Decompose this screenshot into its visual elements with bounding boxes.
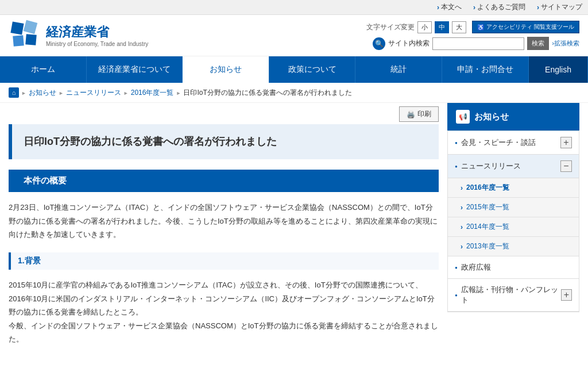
nav-about[interactable]: 経済産業省について bbox=[87, 56, 183, 83]
sidebar-item-govt-pr[interactable]: 政府広報 bbox=[448, 256, 579, 279]
sidebar-header-icon bbox=[456, 110, 470, 124]
breadcrumb-oshirase[interactable]: お知らせ bbox=[29, 88, 56, 98]
breadcrumb-2016list[interactable]: 2016年度一覧 bbox=[131, 88, 174, 98]
logo-text: 経済産業省 Ministry of Economy, Trade and Ind… bbox=[46, 24, 148, 47]
sidebar-magazines-toggle[interactable]: + bbox=[561, 289, 572, 301]
content-wrapper: 🖨️ 印刷 日印IoT分野の協力に係る覚書への署名が行われました 本件の概要 2… bbox=[0, 103, 588, 357]
sub-heading-box: 1.背景 bbox=[9, 252, 439, 270]
article-title-box: 日印IoT分野の協力に係る覚書への署名が行われました bbox=[9, 124, 439, 159]
printer-icon: 🖨️ bbox=[407, 110, 415, 118]
sidebar-section-container: 会見・スピーチ・談話 + ニュースリリース − 2016年度一覧 2015年度一… bbox=[447, 131, 579, 312]
sidebar-header: お知らせ bbox=[447, 103, 579, 131]
font-medium-button[interactable]: 中 bbox=[435, 21, 449, 33]
sidebar-header-label: お知らせ bbox=[474, 112, 509, 122]
nav-policy[interactable]: 政策について bbox=[269, 56, 356, 83]
article-body-text: 2月23日、IoT推進コンソーシアム（ITAC）と、インドの全国ソフトウェア・サ… bbox=[9, 201, 439, 241]
nav-news[interactable]: お知らせ bbox=[183, 56, 269, 83]
logo-area: 経済産業省 Ministry of Economy, Trade and Ind… bbox=[9, 20, 148, 51]
sidebar-sub-2016[interactable]: 2016年度一覧 bbox=[448, 178, 579, 198]
header-right: 文字サイズ変更 小 中 大 ♿ アクセシビリティ 閲覧支援ツール 🔍 サイト内検… bbox=[366, 21, 579, 50]
main-content: 🖨️ 印刷 日印IoT分野の協力に係る覚書への署名が行われました 本件の概要 2… bbox=[9, 103, 439, 357]
top-bar-sitemap-link[interactable]: サイトマップ bbox=[537, 2, 582, 12]
sidebar-magazines-label: 広報誌・刊行物・パンフレット bbox=[455, 285, 561, 305]
logo-title: 経済産業省 bbox=[46, 24, 148, 41]
print-label: 印刷 bbox=[417, 109, 431, 119]
search-input[interactable] bbox=[432, 37, 524, 50]
nav-home[interactable]: ホーム bbox=[0, 56, 87, 83]
sidebar-newsrelease-sub: 2016年度一覧 2015年度一覧 2014年度一覧 2013年度一覧 bbox=[448, 178, 579, 256]
sidebar: お知らせ 会見・スピーチ・談話 + ニュースリリース − 2016年度一覧 20… bbox=[447, 103, 579, 357]
breadcrumb: お知らせ ニュースリリース 2016年度一覧 日印IoT分野の協力に係る覚書への… bbox=[0, 83, 588, 103]
sidebar-meetings-toggle[interactable]: + bbox=[560, 137, 572, 148]
sidebar-sub-2013[interactable]: 2013年度一覧 bbox=[448, 237, 579, 256]
sidebar-item-magazines[interactable]: 広報誌・刊行物・パンフレット + bbox=[448, 279, 579, 312]
sidebar-sub-2015[interactable]: 2015年度一覧 bbox=[448, 198, 579, 217]
top-bar-faq-link[interactable]: よくあるご質問 bbox=[473, 2, 525, 12]
svg-rect-1 bbox=[13, 35, 24, 47]
nav-contact[interactable]: 申請・お問合せ bbox=[442, 56, 529, 83]
font-large-button[interactable]: 大 bbox=[452, 21, 466, 33]
svg-rect-3 bbox=[25, 34, 37, 45]
logo-subtitle: Ministry of Economy, Trade and Industry bbox=[46, 41, 148, 47]
sidebar-newsrelease-label: ニュースリリース bbox=[455, 161, 521, 171]
sidebar-item-meetings[interactable]: 会見・スピーチ・談話 + bbox=[448, 131, 579, 155]
breadcrumb-sep-4 bbox=[176, 89, 181, 97]
breadcrumb-current: 日印IoT分野の協力に係る覚書への署名が行われました bbox=[183, 88, 351, 98]
nav-bar: ホーム 経済産業省について お知らせ 政策について 統計 申請・お問合せ Eng… bbox=[0, 56, 588, 83]
print-area: 🖨️ 印刷 bbox=[9, 103, 439, 124]
breadcrumb-sep-2 bbox=[59, 89, 64, 97]
header: 経済産業省 Ministry of Economy, Trade and Ind… bbox=[0, 15, 588, 56]
background-text: 2015年10月に産学官の枠組みであるIoT推進コンソーシアム（ITAC）が設立… bbox=[9, 278, 439, 346]
accessibility-icon: ♿ bbox=[477, 24, 484, 30]
nav-english[interactable]: English bbox=[529, 56, 588, 83]
home-icon[interactable] bbox=[9, 87, 19, 98]
article-title: 日印IoT分野の協力に係る覚書への署名が行われました bbox=[24, 135, 427, 149]
print-button[interactable]: 🖨️ 印刷 bbox=[399, 106, 439, 122]
nav-stats[interactable]: 統計 bbox=[355, 56, 442, 83]
section-heading-box: 本件の概要 bbox=[9, 170, 439, 192]
logo-icon bbox=[9, 20, 40, 51]
font-size-area: 文字サイズ変更 小 中 大 bbox=[366, 21, 466, 33]
section-heading: 本件の概要 bbox=[24, 175, 427, 186]
top-bar-main-text-link[interactable]: 本文へ bbox=[437, 2, 462, 12]
sidebar-newsrelease-toggle[interactable]: − bbox=[560, 160, 572, 172]
font-size-label: 文字サイズ変更 bbox=[366, 22, 415, 32]
sidebar-meetings-label: 会見・スピーチ・談話 bbox=[455, 137, 536, 148]
svg-rect-2 bbox=[24, 20, 37, 34]
breadcrumb-newsrelease[interactable]: ニュースリリース bbox=[66, 88, 121, 98]
svg-rect-0 bbox=[10, 21, 24, 34]
top-bar: 本文へ よくあるご質問 サイトマップ bbox=[0, 0, 588, 15]
extended-search-link[interactable]: 拡張検索 bbox=[552, 39, 579, 48]
search-circle-icon: 🔍 bbox=[373, 37, 385, 50]
search-button[interactable]: 検索 bbox=[527, 37, 549, 50]
sidebar-sub-2014[interactable]: 2014年度一覧 bbox=[448, 217, 579, 237]
accessibility-label: アクセシビリティ 閲覧支援ツール bbox=[486, 23, 574, 31]
breadcrumb-sep-1 bbox=[21, 89, 26, 97]
sidebar-govt-pr-label: 政府広報 bbox=[455, 262, 491, 273]
sub-heading: 1.背景 bbox=[18, 256, 432, 266]
breadcrumb-sep-3 bbox=[123, 89, 129, 97]
search-label: サイト内検索 bbox=[388, 39, 430, 48]
accessibility-badge[interactable]: ♿ アクセシビリティ 閲覧支援ツール bbox=[472, 21, 579, 33]
font-small-button[interactable]: 小 bbox=[417, 21, 432, 33]
search-area: 🔍 サイト内検索 検索 拡張検索 bbox=[373, 37, 579, 50]
sidebar-item-newsrelease[interactable]: ニュースリリース − bbox=[448, 155, 579, 178]
